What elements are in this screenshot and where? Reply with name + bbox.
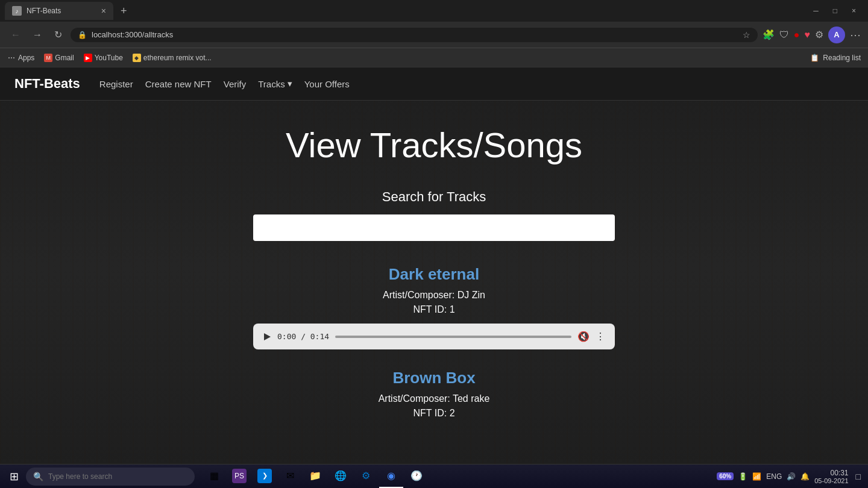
extensions-icon[interactable]: 🧩 — [763, 29, 775, 40]
terminal-icon: PS — [232, 469, 247, 483]
site-nav: NFT-Beats Register Create new NFT Verify… — [0, 67, 868, 101]
file-explorer-icon: 📁 — [308, 469, 322, 483]
volume-button-1[interactable]: 🔇 — [577, 331, 590, 342]
youtube-icon: ▶ — [84, 54, 92, 62]
player-progress-1[interactable] — [335, 336, 571, 338]
track-2-artist-name: Ted rake — [453, 393, 489, 404]
nav-verify[interactable]: Verify — [224, 79, 247, 89]
page-content: NFT-Beats Register Create new NFT Verify… — [0, 67, 868, 469]
pocket-icon[interactable]: ♥ — [805, 30, 811, 40]
browser-tab[interactable]: ♪ NFT-Beats × — [5, 2, 113, 20]
volume-icon[interactable]: 🔊 — [787, 472, 796, 481]
nav-your-offers[interactable]: Your Offers — [304, 79, 350, 89]
network-icon: 📶 — [752, 472, 761, 481]
battery-badge: 60% — [717, 472, 734, 480]
notification-icon[interactable]: 🔔 — [800, 472, 810, 481]
bookmark-youtube[interactable]: ▶ YouTube — [84, 54, 123, 62]
taskbar-search-input[interactable] — [48, 472, 187, 481]
track-2-artist: Artist/Composer: Ted rake — [12, 393, 856, 404]
taskbar-chrome[interactable]: ◉ — [379, 465, 403, 488]
player-time-1: 0:00 / 0:14 — [277, 332, 329, 341]
address-input-wrapper: 🔒 ☆ — [71, 28, 758, 42]
taskbar-search[interactable]: 🔍 — [26, 468, 195, 486]
taskbar: ⊞ 🔍 ▦ PS ❯ ✉ 📁 🌐 ⚙ ◉ 🕐 — [0, 464, 868, 488]
svg-marker-0 — [264, 333, 271, 340]
chrome-icon: ◉ — [384, 469, 398, 483]
taskbar-wsl[interactable]: ❯ — [253, 465, 277, 488]
show-desktop-button[interactable]: □ — [854, 469, 863, 484]
track-1-artist-name: DJ Zin — [458, 290, 485, 300]
search-label: Search for Tracks — [12, 189, 856, 205]
clock-date: 05-09-2021 — [814, 477, 848, 484]
star-icon[interactable]: ☆ — [743, 30, 750, 40]
taskbar-vscode[interactable]: ⚙ — [354, 465, 378, 488]
clock-time: 00:31 — [814, 469, 848, 477]
track-2-nft-id-label: NFT ID: — [413, 408, 449, 418]
tab-bar: ♪ NFT-Beats × + ─ □ × — [0, 0, 868, 22]
bookmark-apps[interactable]: ⋯ Apps — [7, 54, 34, 62]
window-controls: ─ □ × — [806, 0, 863, 22]
back-button[interactable]: ← — [7, 27, 24, 43]
taskbar-clock-app[interactable]: 🕐 — [404, 465, 429, 488]
profile-button[interactable]: A — [828, 27, 845, 43]
start-button[interactable]: ⊞ — [5, 468, 24, 486]
track-1-nft-id-value: 1 — [450, 304, 455, 314]
bookmarks-bar: ⋯ Apps M Gmail ▶ YouTube ◆ ethereum remi… — [0, 48, 868, 67]
address-icons: ☆ — [743, 30, 750, 40]
close-button[interactable]: × — [844, 0, 863, 22]
bookmark-gmail-label: Gmail — [55, 54, 74, 62]
apps-icon: ⋯ — [7, 54, 16, 62]
track-2-title: Brown Box — [12, 369, 856, 387]
nav-tracks-dropdown[interactable]: Tracks ▾ — [258, 78, 292, 89]
battery-icon: 🔋 — [738, 472, 747, 481]
minimize-button[interactable]: ─ — [806, 0, 826, 22]
gmail-icon: M — [44, 54, 52, 62]
tab-favicon: ♪ — [12, 6, 22, 16]
settings-icon[interactable]: ⚙ — [815, 29, 823, 40]
taskbar-terminal[interactable]: PS — [227, 465, 251, 488]
norton-icon[interactable]: ● — [794, 30, 800, 40]
taskbar-search-icon: 🔍 — [33, 472, 43, 481]
more-options-button[interactable]: ⋯ — [850, 28, 861, 42]
track-1-artist-label: Artist/Composer: — [383, 290, 458, 300]
windows-icon: ⊞ — [10, 470, 19, 483]
bookmark-ethereum[interactable]: ◆ ethereum remix vot... — [133, 54, 212, 62]
bookmark-gmail[interactable]: M Gmail — [44, 54, 74, 62]
refresh-button[interactable]: ↻ — [51, 27, 66, 43]
taskbar-file-explorer[interactable]: 📁 — [303, 465, 327, 488]
search-box — [253, 214, 615, 241]
lock-icon: 🔒 — [78, 31, 87, 39]
track-card-1: Dark eternal Artist/Composer: DJ Zin NFT… — [12, 265, 856, 349]
nav-register[interactable]: Register — [99, 79, 133, 89]
clock-icon: 🕐 — [409, 469, 424, 483]
page-title: View Tracks/Songs — [12, 125, 856, 165]
reading-list[interactable]: 📋 Reading list — [810, 54, 861, 62]
site-logo[interactable]: NFT-Beats — [14, 76, 80, 92]
forward-button[interactable]: → — [29, 27, 46, 43]
tracks-chevron-icon: ▾ — [288, 78, 292, 89]
search-input[interactable] — [253, 214, 615, 241]
shield-icon[interactable]: 🛡 — [779, 30, 789, 40]
track-1-nft-id: NFT ID: 1 — [12, 304, 856, 315]
track-2-nft-id-value: 2 — [450, 408, 455, 418]
taskbar-taskview[interactable]: ▦ — [202, 465, 226, 488]
taskbar-mail[interactable]: ✉ — [278, 465, 302, 488]
more-options-1[interactable]: ⋮ — [596, 331, 605, 342]
taskbar-clock: 00:31 05-09-2021 — [814, 469, 848, 484]
track-2-nft-id: NFT ID: 2 — [12, 408, 856, 419]
nav-create-nft[interactable]: Create new NFT — [145, 79, 212, 89]
reading-list-icon: 📋 — [810, 54, 819, 62]
address-bar: ← → ↻ 🔒 ☆ 🧩 🛡 ● ♥ ⚙ A ⋯ — [0, 22, 868, 48]
taskbar-edge[interactable]: 🌐 — [329, 465, 353, 488]
address-input[interactable] — [92, 30, 738, 39]
play-button-1[interactable] — [263, 333, 271, 341]
reading-list-label: Reading list — [823, 54, 861, 62]
nav-links: Register Create new NFT Verify Tracks ▾ … — [99, 78, 350, 89]
new-tab-button[interactable]: + — [116, 5, 132, 17]
vscode-icon: ⚙ — [359, 469, 373, 483]
maximize-button[interactable]: □ — [826, 0, 844, 22]
track-1-nft-id-label: NFT ID: — [413, 304, 449, 314]
page-body: View Tracks/Songs Search for Tracks Dark… — [0, 101, 868, 462]
edge-icon: 🌐 — [333, 469, 348, 483]
tab-close-button[interactable]: × — [101, 6, 106, 16]
